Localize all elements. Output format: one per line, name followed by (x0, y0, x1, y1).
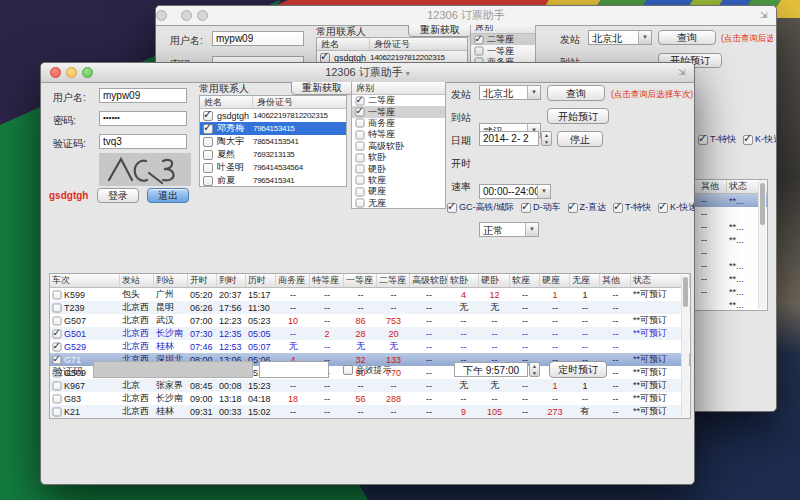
checkbox[interactable] (203, 137, 213, 147)
checkbox[interactable] (53, 342, 62, 351)
contact-row[interactable]: gsdgtgh140622197812202315 (200, 109, 346, 122)
username-input[interactable]: mypw09 (99, 88, 187, 103)
from-station-select[interactable]: 北京北▼ (479, 85, 541, 100)
minimize-button[interactable] (181, 10, 192, 21)
background-window-titlebar[interactable]: 12306 订票助手 ⇲ (156, 6, 776, 26)
train-row[interactable]: T239北京西昆明06:2617:5611:30----------无无----… (50, 301, 690, 314)
column-header[interactable]: 到站 (154, 274, 188, 287)
checkbox[interactable] (53, 394, 62, 403)
train-type-filter[interactable]: Z-直达 (568, 201, 607, 214)
checkbox[interactable] (613, 203, 623, 213)
refresh-contacts-button[interactable]: 重新获取 (408, 25, 472, 37)
train-type-filter[interactable]: T-特快 (613, 201, 651, 214)
column-header[interactable]: 历时 (246, 274, 276, 287)
checkbox[interactable] (356, 108, 365, 117)
checkbox[interactable] (356, 165, 365, 174)
train-row[interactable]: K21北京西桂林09:3100:3315:02----------9105--2… (50, 405, 690, 418)
checkbox[interactable] (320, 53, 330, 63)
checkbox[interactable] (53, 316, 62, 325)
scrollbar-thumb[interactable] (683, 277, 688, 307)
seat-option[interactable]: 硬座 (352, 186, 445, 197)
train-row[interactable]: ---- (685, 207, 767, 220)
column-header[interactable]: 硬卧 (479, 274, 510, 287)
train-row[interactable]: K599包头广州05:2020:3715:17----------412--11… (50, 288, 690, 301)
column-header[interactable]: 一等座 (344, 274, 377, 287)
checkbox[interactable] (53, 407, 62, 416)
seat-option[interactable]: 商务座 (352, 118, 445, 129)
checkbox[interactable] (53, 303, 62, 312)
seat-option[interactable]: 软卧 (352, 152, 445, 163)
refresh-contacts-button[interactable]: 重新获取 (291, 82, 353, 95)
date-stepper[interactable]: ▲▼ (541, 131, 552, 146)
train-row[interactable]: ----**... (685, 220, 767, 233)
seat-option[interactable]: 二等座 (352, 95, 445, 106)
checkbox[interactable] (203, 150, 213, 160)
column-header[interactable]: 硬座 (540, 274, 570, 287)
password-input[interactable]: •••••• (99, 111, 187, 126)
train-type-filter[interactable]: T-特快 (698, 133, 736, 146)
column-header[interactable]: 软座 (510, 274, 540, 287)
stop-button[interactable]: 停止 (557, 131, 603, 147)
from-station-select[interactable]: 北京北▼ (588, 30, 652, 45)
checkbox[interactable] (53, 329, 62, 338)
contact-row[interactable]: 叶圣明796414534564 (200, 161, 346, 174)
login-button[interactable]: 登录 (97, 188, 139, 203)
contact-row[interactable]: 夏然7693213135 (200, 148, 346, 161)
train-row[interactable]: ----**... (685, 194, 767, 207)
column-header[interactable]: 发站 (120, 274, 154, 287)
sound-alert-checkbox[interactable] (343, 365, 353, 375)
query-button[interactable]: 查询 (547, 85, 605, 101)
train-row[interactable]: K967北京张家界08:4500:0815:23----------无无--11… (50, 379, 690, 392)
checkbox[interactable] (521, 203, 531, 213)
sound-alert-option[interactable]: 音效提示 (343, 364, 392, 377)
timed-booking-button[interactable]: 定时预订 (549, 361, 607, 378)
column-header[interactable]: 其他 (600, 274, 631, 287)
checkbox[interactable] (356, 153, 365, 162)
train-row[interactable]: **... (685, 298, 767, 311)
checkbox[interactable] (475, 47, 484, 56)
column-header[interactable]: 到时 (217, 274, 246, 287)
seat-option[interactable]: 软座 (352, 175, 445, 186)
booking-captcha-input[interactable] (259, 361, 329, 378)
checkbox[interactable] (53, 381, 62, 390)
checkbox[interactable] (568, 203, 578, 213)
train-row[interactable]: G501北京西长沙南07:3012:3505:05--22820--------… (50, 327, 690, 340)
checkbox[interactable] (203, 163, 213, 173)
close-button[interactable] (50, 67, 61, 78)
depart-time-select[interactable]: 00:00--24:00▼ (479, 184, 551, 199)
column-header[interactable]: 二等座 (377, 274, 410, 287)
train-type-filter[interactable]: D-动车 (521, 201, 561, 214)
column-header[interactable]: 高级软卧 (410, 274, 448, 287)
query-button[interactable]: 查询 (658, 30, 716, 45)
train-row[interactable]: G507北京西武汉07:0012:2305:2310--86753-------… (50, 314, 690, 327)
train-type-filter[interactable]: K-快速 (658, 201, 694, 214)
fullscreen-icon[interactable]: ⇲ (760, 10, 770, 20)
checkbox[interactable] (203, 124, 213, 134)
checkbox[interactable] (203, 111, 213, 121)
column-header[interactable]: 特等座 (310, 274, 344, 287)
checkbox[interactable] (356, 199, 365, 208)
train-row[interactable]: ----**... (685, 233, 767, 246)
title-caret-icon[interactable]: ▾ (406, 69, 410, 78)
contact-row[interactable]: 陶大宇78654153541 (200, 135, 346, 148)
column-header[interactable]: 车次 (50, 274, 120, 287)
timer-time-stepper[interactable]: ▲▼ (529, 362, 540, 377)
column-header[interactable]: 软卧 (448, 274, 479, 287)
train-row[interactable]: ---- (685, 246, 767, 259)
timer-time-input[interactable]: 下午 9:57:00 (454, 362, 528, 377)
checkbox[interactable] (356, 130, 365, 139)
checkbox[interactable] (356, 142, 365, 151)
column-header[interactable]: 开时 (188, 274, 217, 287)
train-row[interactable]: G83北京西长沙南09:0013:1804:1818--56288-------… (50, 392, 690, 405)
zoom-button[interactable] (82, 67, 93, 78)
checkbox[interactable] (53, 355, 62, 364)
checkbox[interactable] (356, 176, 365, 185)
checkbox[interactable] (698, 135, 708, 145)
seat-option[interactable]: 无座 (352, 198, 445, 209)
checkbox[interactable] (658, 203, 668, 213)
contact-row[interactable]: 俞夏7965415341 (200, 174, 346, 187)
train-row[interactable]: ----**... (685, 259, 767, 272)
train-row[interactable]: ----**... (685, 272, 767, 285)
rate-select[interactable]: 正常▼ (479, 222, 539, 237)
close-button[interactable] (156, 10, 167, 21)
